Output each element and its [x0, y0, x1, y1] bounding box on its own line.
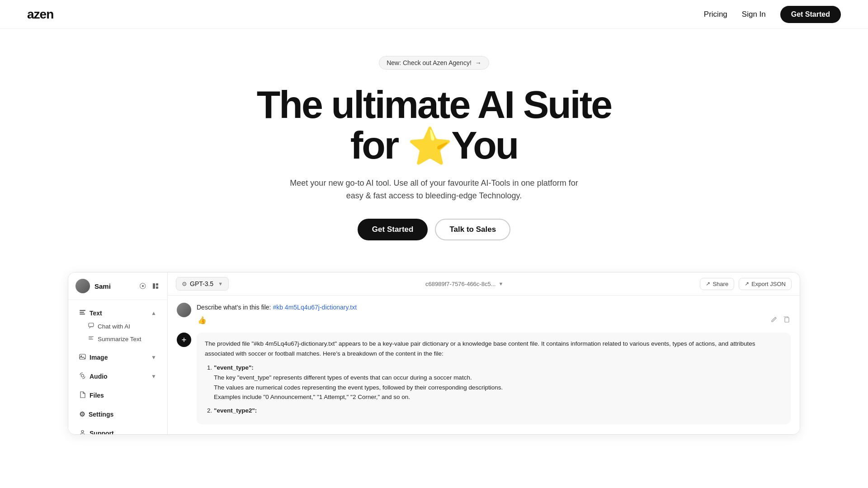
navbar: azen Pricing Sign In Get Started — [0, 0, 868, 29]
settings-section-icon: ⚙ — [79, 410, 85, 418]
share-button[interactable]: ↗ Share — [700, 278, 734, 290]
user-message-text: Describe what's in this file: #kb 4m5Lq4… — [197, 303, 791, 312]
logo[interactable]: azen — [27, 7, 53, 22]
support-section-label: Support — [90, 430, 114, 434]
sidebar-header: Sami — [68, 272, 167, 300]
share-icon: ↗ — [706, 281, 710, 287]
svg-rect-2 — [156, 286, 158, 289]
ai-response: The provided file "#kb 4m5Lq4u67j-dictio… — [197, 333, 791, 424]
text-section-icon — [79, 309, 86, 317]
summarize-text-label: Summarize Text — [98, 336, 142, 343]
files-section-label: Files — [90, 392, 104, 399]
chat-icon — [88, 323, 94, 330]
image-chevron-icon: ▼ — [151, 354, 156, 361]
hero-title-for: for — [350, 123, 408, 167]
edit-button[interactable] — [770, 315, 778, 325]
support-section-icon — [79, 429, 86, 434]
files-section-icon — [79, 391, 86, 399]
sidebar-support-header[interactable]: Support — [75, 427, 160, 434]
ai-response-list: "event_type": The key "event_type" repre… — [205, 363, 783, 415]
sidebar-files-header[interactable]: Files — [75, 389, 160, 402]
image-section-icon — [79, 353, 86, 361]
thumbs-up-button[interactable]: 👍 — [197, 315, 208, 325]
sidebar-item-chat-with-ai[interactable]: Chat with AI — [75, 320, 160, 333]
svg-rect-5 — [80, 314, 85, 314]
export-label: Export JSON — [751, 281, 786, 287]
chat-with-ai-label: Chat with AI — [98, 323, 130, 330]
sidebar-nav: Text ▲ Chat with AI Summarize Text — [68, 300, 167, 434]
list-item-2-title: "event_type2": — [214, 407, 257, 414]
chat-id[interactable]: c68989f7-7576-466c-8c5... ▼ — [425, 281, 503, 287]
nav-signin-link[interactable]: Sign In — [742, 10, 766, 19]
svg-rect-3 — [80, 310, 85, 311]
image-section-label: Image — [90, 354, 108, 361]
share-label: Share — [712, 281, 728, 287]
model-selector[interactable]: ⚙ GPT-3.5 ▼ — [176, 277, 229, 291]
hero-section: New: Check out Azen Agency! → The ultima… — [0, 29, 868, 258]
sidebar-section-support: Support — [68, 424, 167, 434]
layout-icon[interactable] — [151, 282, 160, 291]
copy-button[interactable] — [782, 315, 791, 325]
hero-buttons: Get Started Talk to Sales — [9, 219, 859, 240]
messages: Describe what's in this file: #kb 4m5Lq4… — [168, 296, 800, 434]
hero-description: Meet your new go-to AI tool. Use all of … — [280, 177, 588, 203]
user-message-prefix: Describe what's in this file: — [197, 304, 273, 311]
nav-pricing-link[interactable]: Pricing — [704, 10, 727, 19]
list-item-1-detail2: The values are numerical codes represent… — [214, 384, 503, 391]
list-item-1-detail1: The key "event_type" represents differen… — [214, 374, 472, 381]
hero-title-line2: for ⭐You — [9, 125, 859, 165]
svg-rect-4 — [80, 312, 84, 313]
sidebar-section-image: Image ▼ — [68, 348, 167, 367]
file-link[interactable]: #kb 4m5Lq4u67j-dictionary.txt — [273, 304, 357, 311]
list-item-1-title: "event_type": — [214, 364, 254, 371]
sidebar-settings-header[interactable]: ⚙ Settings — [75, 408, 160, 421]
svg-rect-6 — [89, 323, 94, 327]
hero-badge-arrow: → — [475, 59, 481, 66]
chat-toolbar: ⚙ GPT-3.5 ▼ c68989f7-7576-466c-8c5... ▼ … — [168, 272, 800, 296]
sidebar: Sami — [68, 272, 168, 434]
audio-chevron-icon: ▼ — [151, 373, 156, 380]
hero-badge[interactable]: New: Check out Azen Agency! → — [379, 56, 489, 70]
user-message: Describe what's in this file: #kb 4m5Lq4… — [177, 303, 791, 325]
list-item: "event_type": The key "event_type" repre… — [214, 363, 783, 402]
model-chevron-icon: ▼ — [218, 281, 223, 286]
sidebar-text-header[interactable]: Text ▲ — [75, 306, 160, 320]
model-icon: ⚙ — [182, 281, 187, 287]
nav-get-started-button[interactable]: Get Started — [780, 6, 841, 23]
nav-right: Pricing Sign In Get Started — [704, 6, 841, 23]
sidebar-username: Sami — [94, 282, 134, 290]
hero-title-you: You — [451, 123, 518, 167]
settings-icon[interactable] — [138, 282, 147, 291]
export-json-button[interactable]: ↗ Export JSON — [739, 278, 792, 290]
model-label: GPT-3.5 — [190, 280, 213, 287]
list-item-1-detail3: Examples include "0 Announcement," "1 At… — [214, 394, 410, 400]
app-panel: Sami — [68, 272, 800, 435]
sidebar-section-files: Files — [68, 386, 167, 405]
summarize-icon — [88, 335, 94, 343]
user-message-actions: 👍 — [197, 315, 791, 325]
user-message-content: Describe what's in this file: #kb 4m5Lq4… — [197, 303, 791, 325]
svg-rect-0 — [153, 283, 155, 289]
svg-point-12 — [81, 375, 84, 377]
text-chevron-icon: ▲ — [151, 310, 156, 316]
sidebar-section-audio: Audio ▼ — [68, 367, 167, 386]
sidebar-image-header[interactable]: Image ▼ — [75, 351, 160, 364]
hero-title-line1: The ultimate AI Suite — [9, 84, 859, 125]
user-message-avatar — [177, 303, 191, 317]
audio-section-icon — [79, 372, 86, 380]
hero-star: ⭐ — [407, 127, 451, 165]
hero-get-started-button[interactable]: Get Started — [358, 219, 428, 240]
export-icon: ↗ — [745, 281, 749, 287]
svg-point-13 — [81, 431, 84, 433]
chat-toolbar-right: ↗ Share ↗ Export JSON — [700, 278, 792, 290]
hero-talk-to-sales-button[interactable]: Talk to Sales — [435, 219, 510, 240]
sidebar-audio-header[interactable]: Audio ▼ — [75, 370, 160, 383]
ai-message: The provided file "#kb 4m5Lq4u67j-dictio… — [177, 333, 791, 424]
hero-badge-text: New: Check out Azen Agency! — [387, 59, 472, 66]
list-item: "event_type2": — [214, 406, 783, 416]
sidebar-icons — [138, 282, 160, 291]
sidebar-item-summarize-text[interactable]: Summarize Text — [75, 333, 160, 345]
ai-message-avatar — [177, 333, 191, 347]
svg-rect-1 — [156, 283, 158, 286]
svg-rect-9 — [89, 339, 93, 340]
